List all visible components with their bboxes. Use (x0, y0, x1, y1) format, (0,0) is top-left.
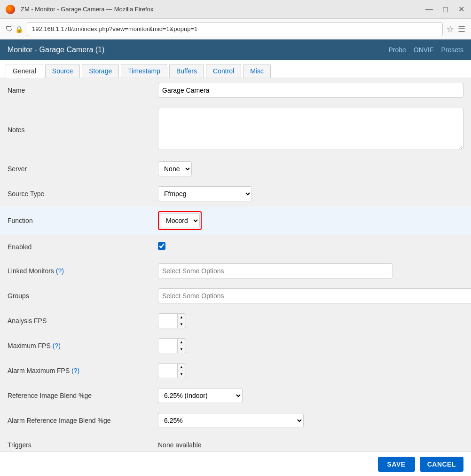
server-row: Server None (0, 157, 471, 182)
alarm-ref-blend-select[interactable]: 6.25% (158, 413, 304, 428)
enabled-checkbox[interactable] (158, 242, 165, 250)
name-label: Name (8, 87, 158, 94)
alarm-max-fps-help[interactable]: (?) (71, 367, 79, 374)
maximum-fps-help[interactable]: (?) (53, 342, 61, 349)
name-control (158, 83, 463, 98)
maximum-fps-down[interactable]: ▼ (178, 346, 185, 353)
browser-controls: — ◻ ✕ (425, 5, 465, 14)
linked-monitors-help[interactable]: (?) (56, 267, 64, 275)
bookmark-icon[interactable]: ☆ (447, 24, 454, 34)
linked-monitors-label: Linked Monitors (?) (8, 267, 158, 275)
alarm-max-fps-buttons: ▲ ▼ (177, 364, 185, 378)
maximize-button[interactable]: ◻ (441, 5, 449, 14)
tab-control[interactable]: Control (206, 64, 241, 78)
notes-row: Notes (0, 103, 471, 157)
form-container: Name Notes Server None Source Type Ffmpe… (0, 78, 471, 457)
tab-bar: General Source Storage Timestamp Buffers… (0, 60, 471, 78)
groups-row: Groups (0, 284, 471, 309)
top-nav-links: Probe ONVIF Presets (388, 46, 463, 54)
maximum-fps-buttons: ▲ ▼ (177, 339, 185, 353)
alarm-max-fps-down[interactable]: ▼ (178, 371, 185, 378)
source-type-control: Ffmpeg (158, 186, 463, 201)
cancel-button[interactable]: CANCEL (420, 457, 463, 472)
security-indicator: 🛡 🔒 (6, 25, 23, 33)
lock-icon: 🔒 (15, 25, 23, 33)
maximum-fps-spinner: ▲ ▼ (158, 338, 186, 353)
ref-blend-select[interactable]: 6.25% (Indoor) (158, 388, 243, 403)
browser-title: ZM - Monitor - Garage Camera — Mozilla F… (21, 6, 419, 13)
analysis-fps-spinner: ▲ ▼ (158, 313, 186, 328)
groups-input[interactable] (158, 288, 471, 303)
analysis-fps-control: ▲ ▼ (158, 313, 463, 328)
name-input[interactable] (158, 83, 463, 98)
analysis-fps-up[interactable]: ▲ (178, 314, 185, 321)
alarm-max-fps-label: Alarm Maximum FPS (?) (8, 367, 158, 374)
alarm-ref-blend-row: Alarm Reference Image Blend %ge 6.25% (0, 408, 471, 433)
notes-control (158, 108, 463, 151)
browser-addressbar: 🛡 🔒 ☆ ☰ (0, 19, 471, 40)
enabled-control (158, 242, 463, 251)
notes-label: Notes (8, 126, 158, 134)
name-row: Name (0, 78, 471, 103)
alarm-max-fps-input[interactable] (158, 364, 177, 378)
menu-icon[interactable]: ☰ (458, 24, 465, 34)
function-row: Function None Monitor Modect Record Moco… (0, 206, 471, 235)
onvif-link[interactable]: ONVIF (414, 46, 434, 54)
triggers-value: None available (158, 441, 463, 449)
linked-monitors-input[interactable] (158, 263, 393, 278)
linked-monitors-row: Linked Monitors (?) (0, 259, 471, 284)
function-select[interactable]: None Monitor Modect Record Mocord Nodect (160, 213, 200, 228)
analysis-fps-down[interactable]: ▼ (178, 321, 185, 328)
analysis-fps-row: Analysis FPS ▲ ▼ (0, 309, 471, 333)
notes-textarea[interactable] (158, 108, 463, 150)
save-button[interactable]: SAVE (378, 457, 415, 472)
maximum-fps-input[interactable] (158, 339, 177, 353)
analysis-fps-label: Analysis FPS (8, 317, 158, 325)
alarm-max-fps-row: Alarm Maximum FPS (?) ▲ ▼ (0, 358, 471, 383)
browser-titlebar: ZM - Monitor - Garage Camera — Mozilla F… (0, 0, 471, 19)
minimize-button[interactable]: — (425, 5, 433, 14)
alarm-ref-blend-control: 6.25% (158, 413, 463, 428)
groups-control (158, 288, 471, 303)
tab-timestamp[interactable]: Timestamp (121, 64, 167, 78)
firefox-icon (6, 5, 15, 14)
groups-label: Groups (8, 292, 158, 300)
tab-misc[interactable]: Misc (243, 64, 271, 78)
maximum-fps-row: Maximum FPS (?) ▲ ▼ (0, 333, 471, 358)
ref-blend-label: Reference Image Blend %ge (8, 392, 158, 399)
source-type-row: Source Type Ffmpeg (0, 182, 471, 206)
top-navigation: Monitor - Garage Camera (1) Probe ONVIF … (0, 40, 471, 60)
alarm-max-fps-control: ▲ ▼ (158, 363, 463, 378)
maximum-fps-up[interactable]: ▲ (178, 339, 185, 346)
maximum-fps-label: Maximum FPS (?) (8, 342, 158, 349)
close-button[interactable]: ✕ (457, 5, 465, 14)
analysis-fps-buttons: ▲ ▼ (177, 314, 185, 328)
tab-storage[interactable]: Storage (82, 64, 119, 78)
function-select-highlight: None Monitor Modect Record Mocord Nodect (158, 211, 202, 230)
address-bar[interactable] (27, 22, 443, 36)
server-label: Server (8, 165, 158, 173)
function-control: None Monitor Modect Record Mocord Nodect (158, 211, 463, 230)
triggers-label: Triggers (8, 441, 158, 449)
alarm-ref-blend-label: Alarm Reference Image Blend %ge (8, 417, 158, 424)
tab-buffers[interactable]: Buffers (169, 64, 204, 78)
source-type-label: Source Type (8, 190, 158, 198)
server-control: None (158, 161, 463, 176)
source-type-select[interactable]: Ffmpeg (158, 186, 252, 201)
probe-link[interactable]: Probe (388, 46, 406, 54)
function-label: Function (8, 217, 158, 224)
tab-source[interactable]: Source (45, 64, 80, 78)
footer: SAVE CANCEL (0, 452, 471, 476)
analysis-fps-input[interactable] (158, 314, 177, 328)
alarm-max-fps-spinner: ▲ ▼ (158, 363, 186, 378)
ref-blend-row: Reference Image Blend %ge 6.25% (Indoor) (0, 383, 471, 408)
presets-link[interactable]: Presets (441, 46, 463, 54)
alarm-max-fps-up[interactable]: ▲ (178, 364, 185, 371)
maximum-fps-control: ▲ ▼ (158, 338, 463, 353)
shield-icon: 🛡 (6, 25, 13, 33)
ref-blend-control: 6.25% (Indoor) (158, 388, 463, 403)
enabled-label: Enabled (8, 243, 158, 251)
tab-general[interactable]: General (6, 64, 43, 78)
enabled-row: Enabled (0, 235, 471, 259)
server-select[interactable]: None (158, 161, 192, 176)
